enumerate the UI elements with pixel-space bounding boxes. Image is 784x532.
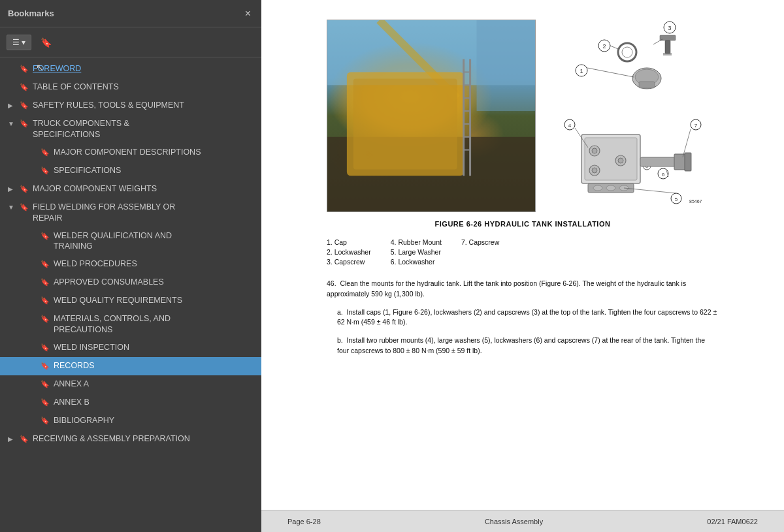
sidebar-item-field-welding[interactable]: ▼ 🔖 FIELD WELDING FOR ASSEMBLY ORREPAIR bbox=[0, 198, 261, 227]
svg-rect-31 bbox=[639, 82, 655, 88]
svg-text:2: 2 bbox=[602, 43, 606, 50]
sidebar-item-label: APPROVED CONSUMABLES bbox=[54, 277, 255, 288]
svg-line-32 bbox=[587, 68, 634, 77]
sidebar-item-label: RECORDS bbox=[54, 360, 255, 371]
figure-label-5: 5. Large Washer bbox=[391, 248, 442, 256]
bookmark-icon-annex-b: 🔖 bbox=[41, 398, 50, 407]
svg-point-51 bbox=[618, 158, 623, 163]
sidebar-item-label: WELD QUALITY REQUIREMENTS bbox=[54, 295, 255, 306]
paragraph-46: 46. Clean the mounts for the hydraulic t… bbox=[327, 279, 719, 300]
sidebar-item-label: FIELD WELDING FOR ASSEMBLY ORREPAIR bbox=[33, 202, 255, 224]
bookmark-icon-major-desc: 🔖 bbox=[41, 148, 50, 157]
svg-point-25 bbox=[618, 43, 636, 61]
diagram-bottom-svg: 85467 4 7 5 6 bbox=[549, 115, 719, 210]
sidebar-item-approved-cons[interactable]: 🔖 APPROVED CONSUMABLES bbox=[0, 274, 261, 292]
paragraph-46b: b. Install two rubber mounts (4), large … bbox=[337, 336, 719, 356]
sidebar-item-weld-proc[interactable]: 🔖 WELD PROCEDURES bbox=[0, 255, 261, 274]
sidebar-item-label: MAJOR COMPONENT DESCRIPTIONS bbox=[54, 147, 255, 158]
sidebar-item-label: FOREWORD bbox=[33, 63, 255, 74]
sidebar-header-icons: × bbox=[242, 7, 253, 21]
bookmark-icon-insp: 🔖 bbox=[41, 343, 50, 352]
svg-point-47 bbox=[592, 148, 597, 153]
sidebar-item-receiving[interactable]: ▶ 🔖 RECEIVING & ASSEMBLY PREPARATION bbox=[0, 430, 261, 448]
sidebar-item-major-weights[interactable]: ▶ 🔖 MAJOR COMPONENT WEIGHTS bbox=[0, 180, 261, 198]
sidebar-item-toc[interactable]: 🔖 TABLE OF CONTENTS bbox=[0, 78, 261, 97]
sidebar-item-label: WELD PROCEDURES bbox=[54, 258, 255, 270]
main-content: 3 2 1 bbox=[261, 0, 784, 532]
bookmark-icon-records: 🔖 bbox=[41, 361, 50, 371]
sidebar-item-truck-comp[interactable]: ▼ 🔖 TRUCK COMPONENTS &SPECIFICATIONS bbox=[0, 115, 261, 144]
figure-labels-col-3: 7. Capscrew bbox=[461, 238, 499, 266]
svg-point-57 bbox=[606, 185, 615, 191]
bookmark-icon-foreword: 🔖 bbox=[20, 64, 29, 74]
svg-rect-52 bbox=[640, 157, 676, 166]
sidebar-item-safety[interactable]: ▶ 🔖 SAFETY RULES, TOOLS & EQUIPMENT bbox=[0, 97, 261, 115]
svg-text:4: 4 bbox=[568, 123, 572, 129]
sidebar-header: Bookmarks × bbox=[0, 0, 261, 27]
bookmark-view-button[interactable]: 🔖 bbox=[35, 35, 57, 50]
bookmark-icon: 🔖 bbox=[41, 37, 52, 48]
figure-row: 3 2 1 bbox=[327, 20, 719, 212]
bookmark-icon-annex-a: 🔖 bbox=[41, 379, 50, 389]
figure-label-2: 2. Lockwasher bbox=[327, 248, 371, 256]
diagram-top-svg: 3 2 1 bbox=[549, 20, 719, 104]
bookmark-icon-welding: 🔖 bbox=[20, 202, 29, 212]
footer-section: Chassis Assembly bbox=[485, 518, 543, 525]
sidebar-item-specifications[interactable]: 🔖 SPECIFICATIONS bbox=[0, 162, 261, 180]
sidebar-item-label: TRUCK COMPONENTS &SPECIFICATIONS bbox=[33, 118, 255, 140]
bookmark-icon-spec: 🔖 bbox=[41, 166, 50, 176]
expand-all-button[interactable]: ☰ ▾ bbox=[7, 35, 31, 50]
svg-rect-54 bbox=[685, 153, 691, 171]
figure-label-4: 4. Rubber Mount bbox=[391, 238, 442, 246]
sidebar-item-label: MAJOR COMPONENT WEIGHTS bbox=[33, 183, 255, 195]
figure-label-7: 7. Capscrew bbox=[461, 238, 499, 246]
svg-point-49 bbox=[592, 168, 597, 173]
sidebar-close-button[interactable]: × bbox=[242, 7, 253, 21]
diagram-top: 3 2 1 bbox=[549, 20, 719, 104]
sidebar-item-weld-quality[interactable]: 🔖 WELD QUALITY REQUIREMENTS bbox=[0, 292, 261, 310]
sidebar-item-materials[interactable]: 🔖 MATERIALS, CONTROLS, ANDPRECAUTIONS bbox=[0, 310, 261, 339]
sidebar-item-annex-b[interactable]: 🔖 ANNEX B bbox=[0, 394, 261, 412]
figure-photo bbox=[327, 20, 536, 212]
sidebar-item-label: ANNEX A bbox=[54, 379, 255, 390]
figure-label-3: 3. Capscrew bbox=[327, 258, 371, 266]
svg-rect-4 bbox=[353, 78, 457, 169]
sidebar-item-welder-qual[interactable]: 🔖 WELDER QUALIFICATION ANDTRAINING bbox=[0, 227, 261, 256]
doc-footer: Page 6-28 Chassis Assembly 02/21 FAM0622 bbox=[261, 510, 784, 532]
svg-line-27 bbox=[610, 46, 618, 49]
sidebar-items-list: 🔖 FOREWORD 🔖 TABLE OF CONTENTS ▶ 🔖 SAFET… bbox=[0, 57, 261, 532]
photo-svg bbox=[327, 20, 535, 211]
sidebar-item-label: SPECIFICATIONS bbox=[54, 165, 255, 176]
svg-text:1: 1 bbox=[580, 68, 583, 74]
sidebar-item-major-desc[interactable]: 🔖 MAJOR COMPONENT DESCRIPTIONS bbox=[0, 144, 261, 162]
sidebar-item-records[interactable]: 🔖 RECORDS bbox=[0, 357, 261, 375]
svg-point-26 bbox=[622, 47, 632, 57]
svg-rect-22 bbox=[665, 40, 670, 54]
bookmark-icon-toc: 🔖 bbox=[20, 82, 29, 92]
sidebar-item-label: MATERIALS, CONTROLS, ANDPRECAUTIONS bbox=[54, 313, 255, 336]
expand-icon-receiving: ▶ bbox=[8, 435, 16, 444]
sidebar-item-weld-insp[interactable]: 🔖 WELD INSPECTION bbox=[0, 339, 261, 357]
bookmark-icon-weld-proc: 🔖 bbox=[41, 259, 50, 269]
figure-diagrams: 3 2 1 bbox=[549, 20, 719, 210]
diagram-bottom: 85467 4 7 5 6 bbox=[549, 115, 719, 210]
sidebar: Bookmarks × ☰ ▾ 🔖 ↖ 🔖 FOREWORD 🔖 TABLE O… bbox=[0, 0, 261, 532]
sidebar-item-label: WELDER QUALIFICATION ANDTRAINING bbox=[54, 230, 255, 253]
sidebar-item-bibliography[interactable]: 🔖 BIBLIOGRAPHY bbox=[0, 412, 261, 430]
svg-point-56 bbox=[593, 185, 602, 191]
sidebar-item-label: BIBLIOGRAPHY bbox=[54, 415, 255, 426]
footer-page: Page 6-28 bbox=[287, 518, 321, 525]
svg-text:6: 6 bbox=[662, 172, 665, 178]
svg-line-28 bbox=[653, 39, 662, 44]
footer-date-doc: 02/21 FAM0622 bbox=[707, 518, 758, 525]
svg-text:7: 7 bbox=[694, 123, 698, 129]
sidebar-item-annex-a[interactable]: 🔖 ANNEX A bbox=[0, 375, 261, 394]
figure-labels-col-2: 4. Rubber Mount 5. Large Washer 6. Lockw… bbox=[391, 238, 442, 266]
sidebar-item-foreword[interactable]: 🔖 FOREWORD bbox=[0, 60, 261, 78]
figure-labels-col-1: 1. Cap 2. Lockwasher 3. Capscrew bbox=[327, 238, 371, 266]
bookmark-icon-truck: 🔖 bbox=[20, 119, 29, 129]
paragraph-46a: a. Install caps (1, Figure 6-26), lockwa… bbox=[337, 307, 719, 328]
figure-caption: FIGURE 6-26 HYDRAULIC TANK INSTALLATION bbox=[327, 220, 719, 228]
svg-rect-21 bbox=[660, 35, 676, 40]
sidebar-item-label: SAFETY RULES, TOOLS & EQUIPMENT bbox=[33, 100, 255, 111]
